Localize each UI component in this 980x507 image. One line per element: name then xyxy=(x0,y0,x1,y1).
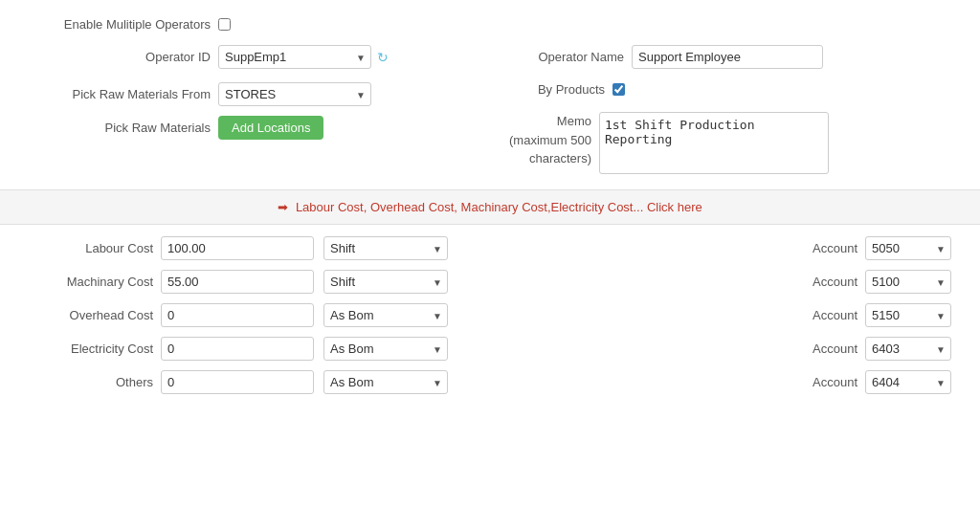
operator-name-label: Operator Name xyxy=(509,50,624,64)
cost-row: Electricity CostShiftAs BomFixedAccount5… xyxy=(29,337,951,361)
cost-value-input[interactable] xyxy=(161,303,314,327)
cost-banner[interactable]: ➡ Labour Cost, Overhead Cost, Machinary … xyxy=(0,189,980,225)
pick-raw-materials-from-select[interactable]: STORES xyxy=(218,82,371,106)
account-label: Account xyxy=(781,308,858,322)
cost-banner-text: Labour Cost, Overhead Cost, Machinary Co… xyxy=(296,200,702,214)
cost-type-select[interactable]: ShiftAs BomFixed xyxy=(323,370,448,394)
cost-value-input[interactable] xyxy=(161,270,314,294)
account-select[interactable]: 50505100515064036404 xyxy=(865,303,951,327)
account-select-wrapper: 50505100515064036404 xyxy=(865,236,951,260)
cost-type-select-wrapper: ShiftAs BomFixed xyxy=(323,270,448,294)
operator-id-select[interactable]: SuppEmp1 xyxy=(218,45,371,69)
account-select-wrapper: 50505100515064036404 xyxy=(865,270,951,294)
cost-rows-container: Labour CostShiftAs BomFixedAccount505051… xyxy=(29,236,951,394)
cost-type-select-wrapper: ShiftAs BomFixed xyxy=(323,236,448,260)
account-select[interactable]: 50505100515064036404 xyxy=(865,370,951,394)
by-products-checkbox[interactable] xyxy=(612,83,625,96)
operator-id-label: Operator ID xyxy=(29,50,211,64)
cost-row: Machinary CostShiftAs BomFixedAccount505… xyxy=(29,270,951,294)
account-select[interactable]: 50505100515064036404 xyxy=(865,236,951,260)
account-label: Account xyxy=(781,275,858,289)
memo-label: Memo xyxy=(509,112,591,131)
enable-operators-row: Enable Mulitiple Operators xyxy=(29,17,951,32)
pick-raw-materials-from-label: Pick Raw Materials From xyxy=(29,87,211,101)
cost-label: Others xyxy=(29,375,153,389)
arrow-icon: ➡ xyxy=(278,200,288,214)
refresh-icon[interactable]: ↻ xyxy=(377,50,389,65)
memo-textarea[interactable]: 1st Shift Production Reporting xyxy=(599,112,829,174)
cost-label: Labour Cost xyxy=(29,241,153,255)
memo-sub-label: (maximum 500 xyxy=(509,131,591,150)
top-section: Enable Mulitiple Operators Operator ID S… xyxy=(0,0,980,189)
account-select-wrapper: 50505100515064036404 xyxy=(865,303,951,327)
account-label: Account xyxy=(781,375,858,389)
cost-value-input[interactable] xyxy=(161,236,314,260)
account-label: Account xyxy=(781,342,858,356)
pick-raw-materials-from-wrapper: STORES xyxy=(218,82,371,106)
cost-type-select-wrapper: ShiftAs BomFixed xyxy=(323,370,448,394)
enable-operators-checkbox[interactable] xyxy=(218,18,231,31)
account-select-wrapper: 50505100515064036404 xyxy=(865,337,951,361)
pick-raw-materials-label: Pick Raw Materials xyxy=(29,121,211,135)
cost-type-select[interactable]: ShiftAs BomFixed xyxy=(323,270,448,294)
cost-label: Overhead Cost xyxy=(29,308,153,322)
cost-type-select[interactable]: ShiftAs BomFixed xyxy=(323,337,448,361)
account-select-wrapper: 50505100515064036404 xyxy=(865,370,951,394)
cost-row: Labour CostShiftAs BomFixedAccount505051… xyxy=(29,236,951,260)
operator-name-input[interactable] xyxy=(632,45,823,69)
by-products-label: By Products xyxy=(509,82,605,97)
cost-type-select-wrapper: ShiftAs BomFixed xyxy=(323,303,448,327)
cost-section: Labour CostShiftAs BomFixedAccount505051… xyxy=(0,225,980,413)
account-select[interactable]: 50505100515064036404 xyxy=(865,270,951,294)
cost-label: Electricity Cost xyxy=(29,342,153,356)
cost-label: Machinary Cost xyxy=(29,275,153,289)
cost-value-input[interactable] xyxy=(161,337,314,361)
cost-type-select-wrapper: ShiftAs BomFixed xyxy=(323,337,448,361)
account-label: Account xyxy=(781,241,858,255)
memo-sub2-label: characters) xyxy=(509,149,591,168)
cost-row: OthersShiftAs BomFixedAccount50505100515… xyxy=(29,370,951,394)
cost-type-select[interactable]: ShiftAs BomFixed xyxy=(323,303,448,327)
operator-id-select-wrapper: SuppEmp1 xyxy=(218,45,371,69)
account-select[interactable]: 50505100515064036404 xyxy=(865,337,951,361)
enable-operators-label: Enable Mulitiple Operators xyxy=(29,17,211,32)
add-locations-button[interactable]: Add Locations xyxy=(218,116,323,140)
cost-type-select[interactable]: ShiftAs BomFixed xyxy=(323,236,448,260)
cost-row: Overhead CostShiftAs BomFixedAccount5050… xyxy=(29,303,951,327)
main-container: Enable Mulitiple Operators Operator ID S… xyxy=(0,0,980,413)
cost-value-input[interactable] xyxy=(161,370,314,394)
